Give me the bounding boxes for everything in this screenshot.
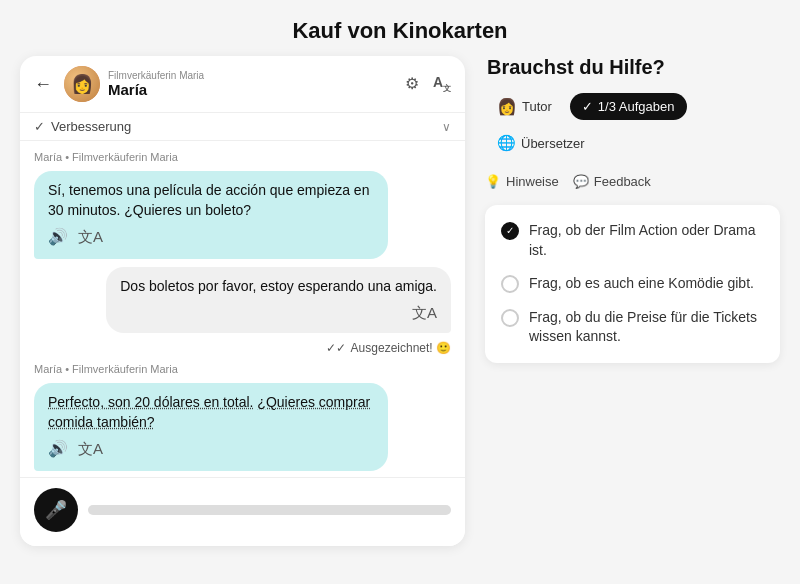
task-text-2: Frag, ob es auch eine Komödie gibt. — [529, 274, 754, 294]
tab-aufgaben[interactable]: ✓ 1/3 Aufgaben — [570, 93, 687, 120]
sender-label-1: María • Filmverkäuferin Maria — [34, 151, 451, 163]
message-text-3: Perfecto, son 20 dólares en total. ¿Quie… — [48, 394, 370, 430]
task-dot-1: ✓ — [501, 222, 519, 240]
speech-icon: 💬 — [573, 174, 589, 189]
translate-bubble-icon[interactable]: 文A — [78, 226, 103, 248]
bubble-action-icons-2: 文A — [120, 302, 437, 323]
header-icons: ⚙ A文 — [405, 74, 451, 94]
task-item-1: ✓ Frag, ob der Film Action oder Drama is… — [501, 221, 764, 260]
mic-button[interactable]: 🎤 — [34, 488, 78, 532]
header-subtitle: Filmverkäuferin Maria — [108, 70, 204, 81]
improvement-bar: ✓ Verbesserung ∨ — [20, 113, 465, 141]
sender-label-2: María • Filmverkäuferin Maria — [34, 363, 451, 375]
subtab-feedback-label: Feedback — [594, 174, 651, 189]
settings-icon[interactable]: ⚙ — [405, 74, 419, 93]
help-tabs: 👩 Tutor ✓ 1/3 Aufgaben 🌐 Übersetzer — [485, 91, 780, 158]
header-name: María — [108, 81, 204, 98]
bubble-action-icons-3: 🔊 文A — [48, 438, 374, 460]
mic-icon: 🎤 — [45, 499, 67, 521]
chat-input-area: 🎤 — [20, 477, 465, 546]
text-input-bar — [88, 505, 451, 515]
double-check-icon: ✓✓ — [326, 341, 346, 355]
tab-tutor-label: Tutor — [522, 99, 552, 114]
task-dot-3 — [501, 309, 519, 327]
task-text-3: Frag, ob du die Preise für die Tickets w… — [529, 308, 764, 347]
avatar-tab-icon: 👩 — [497, 97, 517, 116]
globe-tab-icon: 🌐 — [497, 134, 516, 152]
check-icon: ✓ — [34, 119, 45, 134]
subtab-hinweise-label: Hinweise — [506, 174, 559, 189]
tab-tutor[interactable]: 👩 Tutor — [485, 91, 564, 122]
header-info: Filmverkäuferin Maria María — [108, 70, 204, 98]
subtab-hinweise[interactable]: 💡 Hinweise — [485, 170, 559, 193]
task-item-2: Frag, ob es auch eine Komödie gibt. — [501, 274, 764, 294]
avatar: 👩 — [64, 66, 100, 102]
message-bubble-sent-1: Dos boletos por favor, estoy esperando u… — [106, 267, 451, 334]
sound-icon[interactable]: 🔊 — [48, 226, 68, 248]
task-dot-2 — [501, 275, 519, 293]
tab-uebersetzer-label: Übersetzer — [521, 136, 585, 151]
translate-icon[interactable]: A文 — [433, 74, 451, 94]
message-bubble-received-1: Sí, tenemos una película de acción que e… — [34, 171, 388, 259]
message-bubble-received-2: Perfecto, son 20 dólares en total. ¿Quie… — [34, 383, 388, 471]
chat-panel: ← 👩 Filmverkäuferin Maria María ⚙ A文 ✓ V… — [20, 56, 465, 546]
tab-aufgaben-label: 1/3 Aufgaben — [598, 99, 675, 114]
message-text-1: Sí, tenemos una película de acción que e… — [48, 182, 369, 218]
improvement-label: Verbesserung — [51, 119, 442, 134]
help-panel: Brauchst du Hilfe? 👩 Tutor ✓ 1/3 Aufgabe… — [485, 56, 780, 363]
message-text-2: Dos boletos por favor, estoy esperando u… — [120, 278, 437, 294]
lightbulb-icon: 💡 — [485, 174, 501, 189]
avatar-image: 👩 — [64, 66, 100, 102]
tab-uebersetzer[interactable]: 🌐 Übersetzer — [485, 128, 597, 158]
check-tab-icon: ✓ — [582, 99, 593, 114]
help-subtabs: 💡 Hinweise 💬 Feedback — [485, 170, 780, 193]
translate-bubble-icon-2[interactable]: 文A — [78, 438, 103, 460]
bubble-action-icons-1: 🔊 文A — [48, 226, 374, 248]
translate-sent-icon[interactable]: 文A — [412, 302, 437, 323]
page-title: Kauf von Kinokarten — [292, 0, 507, 56]
feedback-label: ✓✓ Ausgezeichnet! 🙂 — [326, 341, 451, 355]
back-button[interactable]: ← — [34, 74, 52, 95]
help-title: Brauchst du Hilfe? — [485, 56, 780, 79]
tasks-card: ✓ Frag, ob der Film Action oder Drama is… — [485, 205, 780, 363]
feedback-text: Ausgezeichnet! 🙂 — [351, 341, 451, 355]
chevron-down-icon[interactable]: ∨ — [442, 120, 451, 134]
chat-messages: María • Filmverkäuferin Maria Sí, tenemo… — [20, 141, 465, 477]
subtab-feedback[interactable]: 💬 Feedback — [573, 170, 651, 193]
task-text-1: Frag, ob der Film Action oder Drama ist. — [529, 221, 764, 260]
sound-icon-2[interactable]: 🔊 — [48, 438, 68, 460]
task-item-3: Frag, ob du die Preise für die Tickets w… — [501, 308, 764, 347]
chat-header: ← 👩 Filmverkäuferin Maria María ⚙ A文 — [20, 56, 465, 113]
